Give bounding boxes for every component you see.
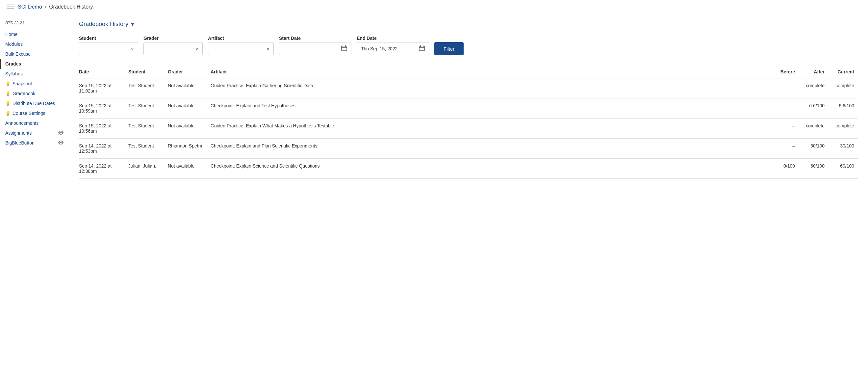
chevron-down-icon-grader: ∨	[195, 46, 198, 51]
end-date-input[interactable]: Thu Sep 15, 2022	[357, 42, 429, 55]
breadcrumb-home-link[interactable]: SCI Demo	[18, 4, 42, 10]
calendar-icon-start	[341, 45, 347, 52]
results-table: Date Student Grader Artifact Before Afte…	[79, 66, 858, 179]
sidebar-item-modules-label: Modules	[5, 41, 23, 47]
sidebar-item-home[interactable]: Home	[0, 29, 69, 39]
grader-filter-label: Grader	[144, 35, 203, 41]
sidebar-item-course-settings-label: Course Settings	[12, 111, 45, 116]
cell-artifact: Checkpoint: Explain Science and Scientif…	[211, 159, 776, 179]
start-date-filter-group: Start Date	[279, 35, 351, 55]
cell-artifact: Checkpoint: Explain and Plan Scientific …	[211, 139, 776, 159]
artifact-select[interactable]: ∨	[208, 42, 274, 55]
sidebar-item-home-label: Home	[5, 32, 18, 37]
end-date-value: Thu Sep 15, 2022	[361, 46, 398, 51]
student-filter-group: Student ∨	[79, 35, 138, 55]
sidebar-item-gradebook-label: Gradebook	[12, 91, 35, 96]
student-select[interactable]: ∨	[79, 42, 138, 55]
sidebar-item-modules[interactable]: Modules	[0, 39, 69, 49]
cell-artifact: Guided Practice: Explain What Makes a Hy…	[211, 118, 776, 139]
student-filter-label: Student	[79, 35, 138, 41]
sidebar-item-syllabus[interactable]: Syllabus	[0, 69, 69, 79]
col-header-after: After	[799, 66, 829, 78]
svg-rect-6	[419, 46, 425, 51]
grader-select[interactable]: ∨	[144, 42, 203, 55]
sidebar-item-distribute-due-dates[interactable]: 💡 Distribute Due Dates	[0, 98, 69, 108]
end-date-label: End Date	[357, 35, 429, 41]
table-row: Sep 15, 2022 at 10:56am Test Student Not…	[79, 118, 858, 139]
table-body: Sep 15, 2022 at 11:02am Test Student Not…	[79, 78, 858, 179]
start-date-label: Start Date	[279, 35, 351, 41]
cell-grader: Not available	[168, 159, 211, 179]
bulb-icon-snapshot: 💡	[5, 81, 10, 86]
cell-date: Sep 14, 2022 at 12:53pm	[79, 139, 128, 159]
sidebar-item-grades[interactable]: Grades	[0, 59, 69, 69]
sidebar-item-announcements-label: Announcements	[5, 120, 38, 126]
cell-before: 0/100	[776, 159, 799, 179]
cell-date: Sep 14, 2022 at 12:38pm	[79, 159, 128, 179]
eye-icon-bigbluebutton	[58, 141, 63, 145]
sidebar-item-distribute-label: Distribute Due Dates	[12, 101, 55, 106]
cell-artifact: Checkpoint: Explain and Test Hypotheses	[211, 98, 776, 118]
page-title-row: Gradebook History ▼	[79, 21, 858, 28]
col-header-student: Student	[128, 66, 168, 78]
cell-student: Test Student	[128, 139, 168, 159]
grader-filter-group: Grader ∨	[144, 35, 203, 55]
sidebar-item-assignments-label: Assignments	[5, 131, 32, 136]
breadcrumb-separator: ›	[45, 4, 46, 10]
sidebar-item-gradebook[interactable]: 💡 Gradebook	[0, 89, 69, 98]
table-row: Sep 15, 2022 at 10:59am Test Student Not…	[79, 98, 858, 118]
cell-current: 6.6/100	[829, 98, 858, 118]
sidebar-item-bigbluebutton-label: BigBlueButton	[5, 140, 35, 145]
sidebar-item-grades-label: Grades	[5, 61, 21, 66]
table-row: Sep 15, 2022 at 11:02am Test Student Not…	[79, 78, 858, 98]
chevron-down-icon-student: ∨	[131, 46, 134, 51]
cell-grader: Not available	[168, 118, 211, 139]
cell-after: 60/100	[799, 159, 829, 179]
filter-button[interactable]: Filter	[434, 42, 464, 55]
cell-before: –	[776, 139, 799, 159]
sidebar-item-bigbluebutton[interactable]: BigBlueButton	[0, 138, 69, 148]
cell-student: Test Student	[128, 98, 168, 118]
cell-current: 60/100	[829, 159, 858, 179]
cell-student: Julian, Julian,	[128, 159, 168, 179]
artifact-filter-label: Artifact	[208, 35, 274, 41]
page-title: Gradebook History	[79, 21, 128, 28]
cell-current: complete	[829, 118, 858, 139]
hamburger-menu-icon[interactable]	[7, 5, 14, 9]
sidebar-item-course-settings[interactable]: 💡 Course Settings	[0, 108, 69, 118]
sidebar-item-snapshot[interactable]: 💡 Snapshot	[0, 79, 69, 89]
breadcrumb-current: Gradebook History	[49, 4, 93, 10]
col-header-artifact: Artifact	[211, 66, 776, 78]
table-row: Sep 14, 2022 at 12:38pm Julian, Julian, …	[79, 159, 858, 179]
cell-after: 30/100	[799, 139, 829, 159]
main-content: Gradebook History ▼ Student ∨ Grader ∨ A…	[69, 14, 868, 370]
breadcrumb: SCI Demo › Gradebook History	[18, 4, 93, 10]
layout: BTS 22-23 Home Modules Bulk Excuse Grade…	[0, 14, 868, 370]
sidebar-item-bulk-excuse[interactable]: Bulk Excuse	[0, 49, 69, 59]
table-header: Date Student Grader Artifact Before Afte…	[79, 66, 858, 78]
start-date-input[interactable]	[279, 42, 351, 55]
chevron-down-icon-artifact: ∨	[266, 46, 270, 51]
artifact-filter-group: Artifact ∨	[208, 35, 274, 55]
cell-current: 30/100	[829, 139, 858, 159]
page-title-dropdown-arrow[interactable]: ▼	[130, 22, 135, 27]
cell-date: Sep 15, 2022 at 10:56am	[79, 118, 128, 139]
bulb-icon-distribute: 💡	[5, 101, 10, 106]
eye-icon-assignments	[58, 131, 63, 136]
cell-after: complete	[799, 78, 829, 98]
cell-after: 6.6/100	[799, 98, 829, 118]
sidebar-item-assignments[interactable]: Assignments	[0, 128, 69, 138]
top-header: SCI Demo › Gradebook History	[0, 0, 868, 14]
filter-row: Student ∨ Grader ∨ Artifact ∨	[79, 35, 858, 55]
bulb-icon-course-settings: 💡	[5, 111, 10, 116]
sidebar-item-announcements[interactable]: Announcements	[0, 118, 69, 128]
cell-grader: Rhiannon Spetrini	[168, 139, 211, 159]
cell-date: Sep 15, 2022 at 10:59am	[79, 98, 128, 118]
cell-after: complete	[799, 118, 829, 139]
col-header-grader: Grader	[168, 66, 211, 78]
cell-date: Sep 15, 2022 at 11:02am	[79, 78, 128, 98]
sidebar: BTS 22-23 Home Modules Bulk Excuse Grade…	[0, 14, 69, 370]
cell-grader: Not available	[168, 78, 211, 98]
cell-student: Test Student	[128, 78, 168, 98]
calendar-icon-end	[419, 45, 425, 52]
